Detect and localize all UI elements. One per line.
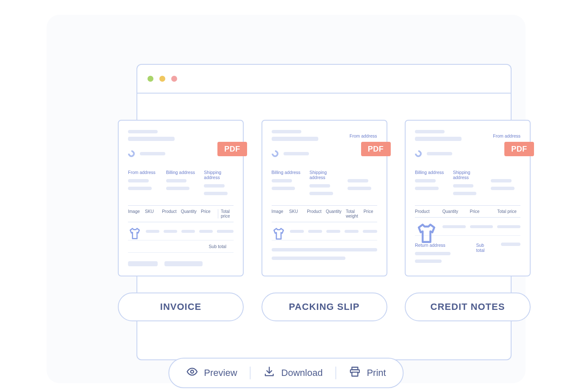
address-label: Shipping address — [453, 170, 483, 180]
pill-tabs: INVOICE PACKING SLIP CREDIT NOTES — [118, 293, 531, 321]
credit-notes-card: PDF From address Billing address Shippin… — [405, 120, 531, 276]
subtotal-label: Sub total — [476, 243, 492, 253]
tab-packing-slip[interactable]: PACKING SLIP — [261, 293, 387, 321]
svg-point-0 — [191, 370, 194, 373]
col-header: Total weight — [346, 209, 359, 218]
divider — [335, 367, 336, 379]
company-logo-icon — [270, 149, 280, 159]
packing-table: Image SKU Product Quantity Total weight … — [272, 205, 377, 240]
background-panel: PDF From address Billing address Shippin… — [47, 15, 526, 383]
svg-rect-2 — [352, 372, 358, 376]
action-label: Preview — [204, 367, 237, 378]
print-icon — [349, 366, 361, 380]
col-header: SKU — [145, 209, 158, 218]
tab-credit-notes[interactable]: CREDIT NOTES — [405, 293, 531, 321]
packing-slip-card: PDF From address Billing address Shippin… — [261, 120, 387, 276]
col-header: Quantity — [442, 209, 466, 214]
invoice-table: Image SKU Product Quantity Price Total p… — [128, 205, 234, 253]
return-address-label: Return address — [415, 243, 459, 248]
download-icon — [264, 366, 275, 380]
col-header: Product — [415, 209, 438, 214]
traffic-light-close-icon — [147, 76, 153, 82]
divider — [250, 367, 251, 379]
col-header: Image — [128, 209, 141, 218]
address-label: Billing address — [415, 170, 445, 175]
col-header: Price — [364, 209, 377, 218]
col-header: Quantity — [326, 209, 342, 218]
traffic-light-max-icon — [171, 76, 177, 82]
company-logo-icon — [127, 149, 136, 159]
eye-icon — [186, 366, 198, 380]
subtotal-label: Sub total — [209, 244, 231, 249]
address-label: Billing address — [272, 170, 301, 175]
traffic-light-min-icon — [159, 76, 165, 82]
document-cards-row: PDF From address Billing address Shippin… — [118, 120, 531, 276]
credit-table: Product Quantity Price Total price — [415, 205, 520, 236]
table-row — [415, 218, 520, 236]
col-header: Image — [272, 209, 285, 218]
shirt-icon — [272, 227, 286, 235]
col-header: Price — [201, 209, 214, 218]
action-label: Download — [281, 367, 323, 378]
tab-invoice[interactable]: INVOICE — [118, 293, 244, 321]
col-header: Product — [162, 209, 176, 218]
print-button[interactable]: Print — [349, 366, 386, 380]
col-header: Total price — [218, 209, 234, 218]
shirt-icon — [415, 223, 438, 230]
download-button[interactable]: Download — [264, 366, 323, 380]
shirt-icon — [128, 227, 142, 235]
table-row — [272, 222, 377, 240]
col-header: Total price — [497, 209, 520, 214]
action-label: Print — [367, 367, 386, 378]
action-bar: Preview Download Print — [168, 358, 403, 388]
address-label: Billing address — [166, 170, 196, 175]
company-logo-icon — [414, 149, 423, 159]
address-label: Shipping address — [204, 170, 234, 180]
address-label: Shipping address — [309, 170, 339, 180]
col-header: Price — [470, 209, 493, 214]
table-row — [128, 222, 234, 240]
preview-button[interactable]: Preview — [186, 366, 237, 380]
invoice-card: PDF From address Billing address Shippin… — [118, 120, 244, 276]
col-header: Quantity — [181, 209, 197, 218]
col-header: Product — [307, 209, 321, 218]
col-header: SKU — [289, 209, 303, 218]
address-label: From address — [128, 170, 158, 175]
window-title-bar — [137, 65, 511, 94]
